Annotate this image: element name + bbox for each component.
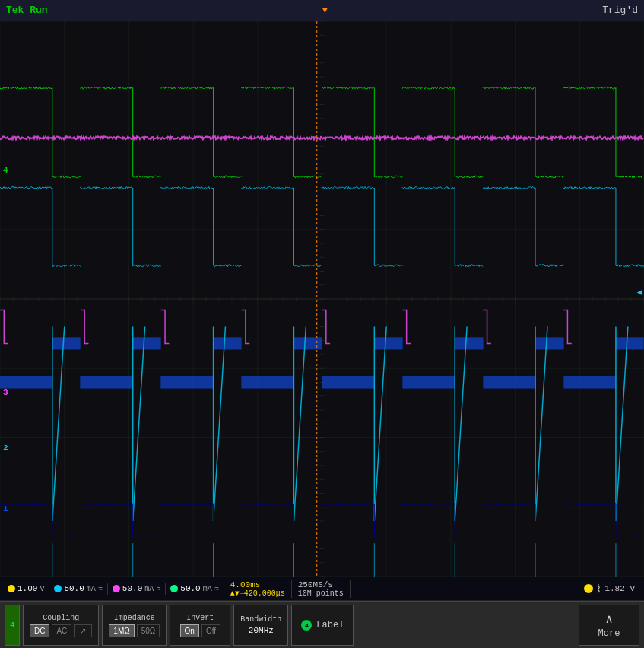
run-status: Tek Run xyxy=(6,5,48,16)
ch1-measurement: 1.00 V xyxy=(3,583,49,595)
timebase-main: 4.00ms xyxy=(230,580,285,589)
impedance-label: Impedance xyxy=(114,614,155,622)
more-button-text: More xyxy=(598,628,620,639)
bandwidth-label: Bandwidth xyxy=(240,615,281,624)
controls-bar: 4 Coupling DC AC ↗ Impedance 1MΩ 50Ω Inv… xyxy=(0,601,644,648)
ch3-dot xyxy=(113,585,120,592)
impedance-buttons: 1MΩ 50Ω xyxy=(109,624,160,637)
bandwidth-value: 20MHz xyxy=(249,626,274,635)
invert-off-button[interactable]: Off xyxy=(201,624,220,637)
trigger-marker-area: ▼ xyxy=(322,5,328,16)
ch3-measurement: 50.0 mA ≈ xyxy=(108,583,166,595)
ch2-value: 50.0 xyxy=(64,584,84,593)
label-group[interactable]: 4 Label xyxy=(291,605,354,646)
label-channel-dot: 4 xyxy=(301,620,312,631)
ch4-sym: ≈ xyxy=(214,585,219,593)
timebase-detail: ▲▼→420.000μs xyxy=(230,589,285,598)
impedance-50-button[interactable]: 50Ω xyxy=(137,624,160,637)
invert-group: Invert On Off xyxy=(170,605,230,646)
trigger-ch-dot xyxy=(584,584,593,593)
oscilloscope: Tek Run ▼ Trig'd 4 3 2 1 ◄ 1.00 V 50.0 m… xyxy=(0,0,644,648)
ch3-unit: mA xyxy=(144,585,154,593)
coupling-dc-button[interactable]: DC xyxy=(30,624,49,637)
timebase-display: 4.00ms ▲▼→420.000μs xyxy=(224,580,292,598)
ch3-value: 50.0 xyxy=(122,584,142,593)
invert-on-button[interactable]: On xyxy=(180,624,199,637)
channel-number: 4 xyxy=(10,621,15,630)
trigger-edge-sym: ⌇ xyxy=(596,583,601,596)
channel-indicator: 4 xyxy=(5,605,20,646)
label-button-text: Label xyxy=(316,620,344,631)
impedance-group: Impedance 1MΩ 50Ω xyxy=(102,605,167,646)
ch4-marker: 4 xyxy=(3,166,8,175)
scope-display: 4 3 2 1 ◄ xyxy=(0,21,644,577)
more-group[interactable]: ∧ More xyxy=(579,605,639,646)
ch3-sym: ≈ xyxy=(156,585,160,593)
ch1-dot xyxy=(8,585,15,592)
waveform-canvas xyxy=(0,21,644,577)
ch3-marker: 3 xyxy=(3,388,8,397)
measurements-bar: 1.00 V 50.0 mA ≈ 50.0 mA ≈ 50.0 mA ≈ 4.0… xyxy=(0,577,644,601)
header-bar: Tek Run ▼ Trig'd xyxy=(0,0,644,21)
impedance-1m-button[interactable]: 1MΩ xyxy=(109,624,134,637)
right-arrow-marker: ◄ xyxy=(637,287,642,298)
coupling-label: Coupling xyxy=(43,614,79,622)
coupling-probe-button[interactable]: ↗ xyxy=(74,624,92,637)
ch4-value: 50.0 xyxy=(180,584,200,593)
sample-points: 10M points xyxy=(298,589,344,598)
ch4-unit: mA xyxy=(203,585,212,593)
ch2-dot xyxy=(54,585,62,592)
coupling-buttons: DC AC ↗ xyxy=(30,624,92,637)
label-dot-text: 4 xyxy=(305,622,309,629)
ch2-unit: mA xyxy=(87,585,96,593)
ch4-measurement: 50.0 mA ≈ xyxy=(166,583,224,595)
ch2-measurement: 50.0 mA ≈ xyxy=(49,583,107,595)
trigger-position-marker: ▼ xyxy=(322,5,328,16)
sample-rate-display: 250MS/s 10M points xyxy=(292,580,351,598)
invert-buttons: On Off xyxy=(180,624,221,637)
ch2-sym: ≈ xyxy=(98,585,103,593)
ch1-value: 1.00 xyxy=(17,584,37,593)
ch2-marker: 2 xyxy=(3,443,8,453)
invert-label: Invert xyxy=(186,614,214,622)
coupling-ac-button[interactable]: AC xyxy=(52,624,71,637)
ch4-dot xyxy=(170,585,178,592)
sample-rate: 250MS/s xyxy=(298,580,344,589)
ch1-marker: 1 xyxy=(3,504,8,513)
ch1-unit: V xyxy=(40,585,44,593)
coupling-group: Coupling DC AC ↗ xyxy=(23,605,99,646)
trigger-display: ⌇ 1.82 V xyxy=(578,583,641,596)
trigger-status: Trig'd xyxy=(602,5,638,16)
bandwidth-group: Bandwidth 20MHz xyxy=(233,605,288,646)
more-arrow-icon: ∧ xyxy=(605,611,613,627)
trigger-value: 1.82 V xyxy=(604,584,635,593)
